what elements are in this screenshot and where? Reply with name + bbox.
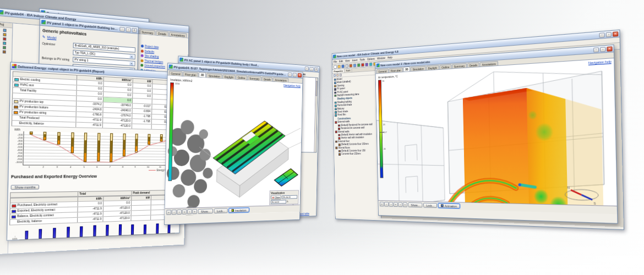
tab[interactable]: General [169, 70, 183, 76]
paging-button[interactable]: » [192, 209, 197, 214]
tab[interactable]: Floor plan [183, 72, 198, 77]
paging-button[interactable]: » [182, 210, 187, 215]
general-link[interactable]: Ground properties [144, 64, 165, 68]
show-button[interactable]: Show... [408, 202, 422, 207]
model-link[interactable]: Model [47, 35, 57, 40]
general-link[interactable]: Project data [145, 45, 159, 48]
new-object-icon[interactable] [334, 74, 336, 77]
marketing-scene: General PV-guide04 - IDA Indoor Climate … [0, 0, 644, 275]
toolbar-icon[interactable] [361, 63, 364, 67]
scrollbar[interactable] [314, 78, 318, 152]
close-icon[interactable]: ✕ [132, 28, 137, 32]
menu-item[interactable]: Tools [359, 58, 365, 61]
minimize-button[interactable]: – [305, 67, 309, 71]
y-axis-label: ↑ kWh [12, 235, 17, 240]
toolbar-icon[interactable] [349, 64, 352, 68]
paging-button[interactable]: › [389, 202, 394, 207]
minimize-button[interactable]: – [593, 47, 599, 52]
minimize-button[interactable]: – [288, 72, 292, 76]
show-months-button[interactable]: Show months [11, 185, 40, 190]
palette-icon[interactable] [3, 33, 6, 36]
object-palette-tree: Model Model (detailed) Opening PV panel [332, 75, 381, 218]
palette-icon[interactable] [3, 29, 7, 32]
paging-button[interactable]: « [380, 202, 384, 207]
paging-button[interactable]: « [166, 210, 171, 215]
paging-button[interactable]: » [394, 202, 398, 207]
menu-item[interactable]: Help [388, 56, 392, 59]
palette-item[interactable]: Concrete floor 150mm [334, 152, 380, 156]
show-button[interactable]: Show... [198, 208, 214, 214]
palette-tab[interactable]: Proj [0, 22, 12, 28]
energy-balance-chart: kWh -100-200-300-400-500-600-700-800-900… [11, 128, 179, 172]
toolbar-icon[interactable] [369, 62, 373, 66]
purchased-exported-table: Total Peak demand kWh kWh/m² kW Time Pur… [9, 190, 178, 226]
refresh-icon[interactable] [340, 74, 342, 76]
general-link[interactable]: Thermal bridges [144, 59, 163, 63]
minimize-button[interactable]: – [119, 26, 124, 31]
tab[interactable]: 3D [403, 67, 411, 72]
scrollbar-thumb[interactable] [315, 81, 318, 96]
export-bar [131, 224, 134, 235]
palette-tab[interactable]: Tools [345, 68, 352, 72]
air-temperature-3d-view[interactable]: Navigation help Air temperature, °C 2625… [376, 58, 618, 214]
maximize-button[interactable]: ▫ [126, 27, 131, 32]
close-icon[interactable]: ✕ [314, 67, 318, 72]
palette-icon[interactable] [3, 37, 6, 41]
maximize-button[interactable]: ▫ [606, 32, 612, 37]
link-icon [141, 45, 144, 48]
maximize-button[interactable]: ▫ [309, 67, 313, 71]
minimize-button[interactable]: – [599, 32, 605, 37]
open-object-icon[interactable] [336, 74, 339, 76]
general-link[interactable]: Site shading [145, 54, 159, 58]
date-to-field[interactable]: 26-Jul-14 [271, 200, 286, 204]
paging-button[interactable]: » [403, 202, 407, 207]
lock-button[interactable]: Lock... [214, 208, 228, 214]
tab[interactable]: Summary [248, 75, 261, 80]
object-icon [339, 150, 341, 152]
close-visualization-button[interactable]: ✕ Close [271, 195, 281, 200]
paging-button[interactable]: ‹ [384, 202, 389, 207]
paging-button[interactable]: › [398, 202, 402, 207]
maximize-button[interactable]: ▫ [600, 47, 605, 52]
tab[interactable]: Daylight [222, 74, 235, 79]
tab[interactable]: General [376, 69, 389, 74]
tab[interactable]: Daylight [426, 65, 439, 70]
tab[interactable]: Outline [439, 64, 451, 69]
lock-button[interactable]: Lock... [423, 203, 437, 208]
close-icon[interactable]: ✕ [607, 46, 612, 51]
palette-icon[interactable] [3, 46, 6, 50]
palette-icon[interactable] [3, 50, 6, 53]
insolation-3d-view[interactable]: Navigation help Insolation, kWh/m2 1200 [165, 75, 302, 216]
menu-item[interactable]: Window [377, 56, 385, 60]
toolbar-icon[interactable] [365, 63, 368, 67]
tab[interactable]: Details [467, 62, 479, 67]
menu-item[interactable]: File [334, 60, 337, 63]
toolbar-icon[interactable] [341, 64, 345, 68]
paging-button[interactable]: › [177, 210, 182, 215]
tab[interactable]: Details [262, 76, 273, 81]
toolbar-icon[interactable] [337, 64, 341, 68]
paging-button[interactable]: ‹ [172, 210, 177, 215]
tab[interactable]: Outline [236, 75, 247, 80]
menu-item[interactable]: Options [367, 57, 375, 61]
toolbar-icon[interactable] [353, 63, 357, 67]
close-icon[interactable]: ✕ [298, 73, 302, 78]
date-from-field[interactable]: 26-Jul-14 [282, 195, 298, 199]
menu-item[interactable]: Edit [339, 59, 343, 63]
animation-button[interactable]: Animation [438, 203, 460, 208]
general-link[interactable]: Defaults [145, 50, 154, 53]
export-bar [67, 227, 70, 238]
menu-item[interactable]: Insert [352, 58, 357, 62]
tab[interactable]: 3D [199, 72, 206, 78]
toolbar-icon[interactable] [334, 65, 337, 69]
close-icon[interactable]: ✕ [613, 31, 618, 37]
maximize-button[interactable]: ▫ [293, 73, 297, 77]
object-icon [338, 134, 340, 136]
insolation-toggle-button[interactable]: Insolation [229, 207, 249, 213]
paging-button[interactable]: › [187, 209, 192, 214]
menu-item[interactable]: View [345, 59, 350, 62]
palette-icon[interactable] [3, 42, 6, 45]
object-icon [335, 131, 337, 133]
toolbar-icon[interactable] [345, 64, 348, 68]
toolbar-icon[interactable] [357, 63, 361, 67]
